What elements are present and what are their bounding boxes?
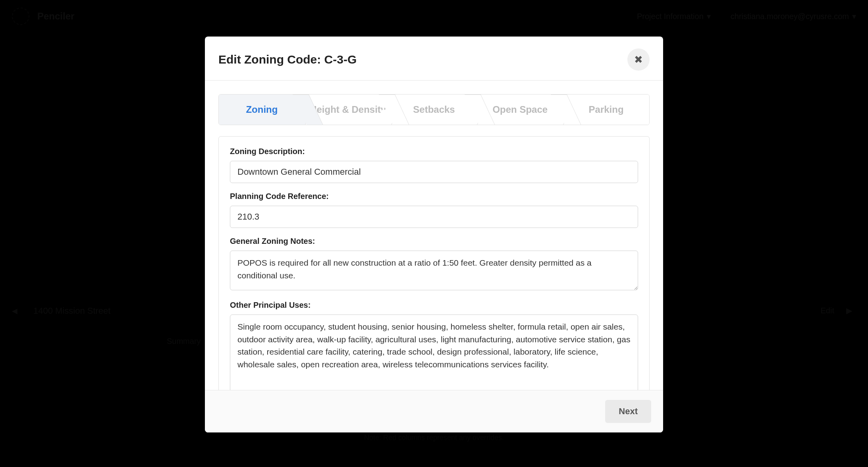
other-principal-uses-label: Other Principal Uses: xyxy=(230,301,638,310)
step-tabs: Zoning Height & Density Setbacks Open Sp… xyxy=(218,94,650,125)
other-principal-uses-textarea[interactable] xyxy=(230,315,638,390)
close-button[interactable]: ✖ xyxy=(627,48,650,71)
tab-zoning[interactable]: Zoning xyxy=(219,95,305,125)
modal-title: Edit Zoning Code: C-3-G xyxy=(218,53,357,66)
field-planning-code-reference: Planning Code Reference: xyxy=(230,192,638,228)
zoning-description-input[interactable] xyxy=(230,161,638,183)
planning-code-reference-label: Planning Code Reference: xyxy=(230,192,638,201)
general-zoning-notes-textarea[interactable] xyxy=(230,251,638,290)
field-general-zoning-notes: General Zoning Notes: xyxy=(230,237,638,292)
form-panel: Zoning Description: Planning Code Refere… xyxy=(218,136,650,390)
modal-header: Edit Zoning Code: C-3-G ✖ xyxy=(205,37,663,81)
field-other-principal-uses: Other Principal Uses: xyxy=(230,301,638,390)
next-button[interactable]: Next xyxy=(605,400,651,423)
planning-code-reference-input[interactable] xyxy=(230,206,638,228)
modal-body: Zoning Height & Density Setbacks Open Sp… xyxy=(205,81,663,390)
zoning-description-label: Zoning Description: xyxy=(230,147,638,156)
general-zoning-notes-label: General Zoning Notes: xyxy=(230,237,638,246)
modal-footer: Next xyxy=(205,390,663,432)
edit-zoning-modal: Edit Zoning Code: C-3-G ✖ Zoning Height … xyxy=(205,37,663,432)
close-icon: ✖ xyxy=(634,54,643,66)
field-zoning-description: Zoning Description: xyxy=(230,147,638,183)
